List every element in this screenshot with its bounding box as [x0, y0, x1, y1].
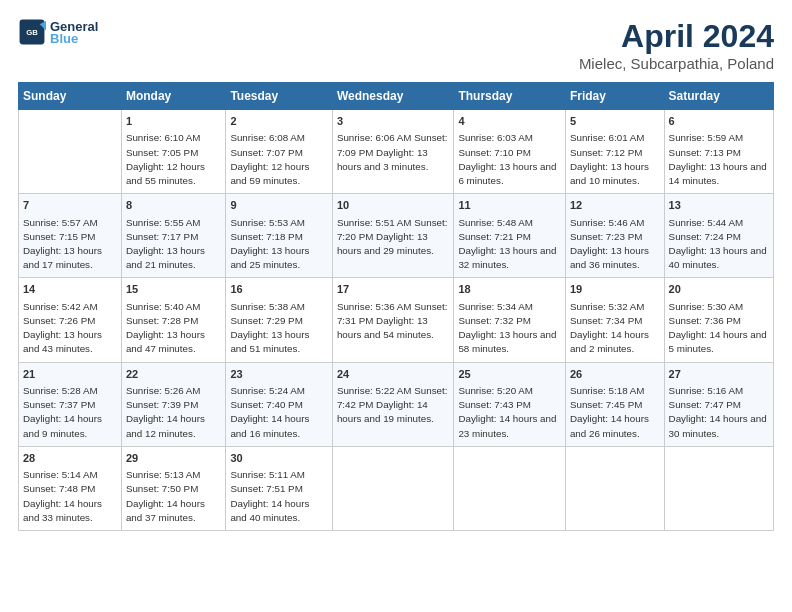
day-number: 30	[230, 451, 327, 466]
calendar-cell: 7Sunrise: 5:57 AM Sunset: 7:15 PM Daylig…	[19, 194, 122, 278]
weekday-header: Friday	[565, 83, 664, 110]
cell-content: Sunrise: 5:32 AM Sunset: 7:34 PM Dayligh…	[570, 300, 660, 357]
day-number: 5	[570, 114, 660, 129]
day-number: 16	[230, 282, 327, 297]
day-number: 24	[337, 367, 450, 382]
day-number: 1	[126, 114, 222, 129]
day-number: 4	[458, 114, 561, 129]
cell-content: Sunrise: 6:01 AM Sunset: 7:12 PM Dayligh…	[570, 131, 660, 188]
calendar-cell	[19, 110, 122, 194]
calendar-cell: 26Sunrise: 5:18 AM Sunset: 7:45 PM Dayli…	[565, 362, 664, 446]
calendar-cell: 5Sunrise: 6:01 AM Sunset: 7:12 PM Daylig…	[565, 110, 664, 194]
calendar-cell: 13Sunrise: 5:44 AM Sunset: 7:24 PM Dayli…	[664, 194, 773, 278]
calendar-week-row: 1Sunrise: 6:10 AM Sunset: 7:05 PM Daylig…	[19, 110, 774, 194]
day-number: 7	[23, 198, 117, 213]
weekday-header: Tuesday	[226, 83, 332, 110]
calendar-cell	[454, 446, 566, 530]
calendar-cell: 6Sunrise: 5:59 AM Sunset: 7:13 PM Daylig…	[664, 110, 773, 194]
calendar-cell: 21Sunrise: 5:28 AM Sunset: 7:37 PM Dayli…	[19, 362, 122, 446]
cell-content: Sunrise: 6:03 AM Sunset: 7:10 PM Dayligh…	[458, 131, 561, 188]
calendar-cell: 1Sunrise: 6:10 AM Sunset: 7:05 PM Daylig…	[121, 110, 226, 194]
calendar-cell: 4Sunrise: 6:03 AM Sunset: 7:10 PM Daylig…	[454, 110, 566, 194]
day-number: 26	[570, 367, 660, 382]
weekday-header: Saturday	[664, 83, 773, 110]
calendar-cell: 27Sunrise: 5:16 AM Sunset: 7:47 PM Dayli…	[664, 362, 773, 446]
day-number: 8	[126, 198, 222, 213]
day-number: 2	[230, 114, 327, 129]
calendar-week-row: 7Sunrise: 5:57 AM Sunset: 7:15 PM Daylig…	[19, 194, 774, 278]
page: GB General Blue April 2024 Mielec, Subca…	[0, 0, 792, 541]
calendar-cell: 9Sunrise: 5:53 AM Sunset: 7:18 PM Daylig…	[226, 194, 332, 278]
calendar-cell: 17Sunrise: 5:36 AM Sunset: 7:31 PM Dayli…	[332, 278, 454, 362]
calendar-cell: 18Sunrise: 5:34 AM Sunset: 7:32 PM Dayli…	[454, 278, 566, 362]
calendar-cell: 23Sunrise: 5:24 AM Sunset: 7:40 PM Dayli…	[226, 362, 332, 446]
cell-content: Sunrise: 5:24 AM Sunset: 7:40 PM Dayligh…	[230, 384, 327, 441]
cell-content: Sunrise: 5:38 AM Sunset: 7:29 PM Dayligh…	[230, 300, 327, 357]
cell-content: Sunrise: 5:11 AM Sunset: 7:51 PM Dayligh…	[230, 468, 327, 525]
cell-content: Sunrise: 5:30 AM Sunset: 7:36 PM Dayligh…	[669, 300, 769, 357]
cell-content: Sunrise: 5:42 AM Sunset: 7:26 PM Dayligh…	[23, 300, 117, 357]
header: GB General Blue April 2024 Mielec, Subca…	[18, 18, 774, 72]
calendar-cell: 12Sunrise: 5:46 AM Sunset: 7:23 PM Dayli…	[565, 194, 664, 278]
calendar-week-row: 14Sunrise: 5:42 AM Sunset: 7:26 PM Dayli…	[19, 278, 774, 362]
title-area: April 2024 Mielec, Subcarpathia, Poland	[579, 18, 774, 72]
day-number: 28	[23, 451, 117, 466]
day-number: 20	[669, 282, 769, 297]
cell-content: Sunrise: 5:22 AM Sunset: 7:42 PM Dayligh…	[337, 384, 450, 427]
cell-content: Sunrise: 5:51 AM Sunset: 7:20 PM Dayligh…	[337, 216, 450, 259]
logo-icon: GB	[18, 18, 46, 46]
cell-content: Sunrise: 5:44 AM Sunset: 7:24 PM Dayligh…	[669, 216, 769, 273]
calendar-cell: 30Sunrise: 5:11 AM Sunset: 7:51 PM Dayli…	[226, 446, 332, 530]
calendar-cell	[664, 446, 773, 530]
svg-text:GB: GB	[26, 28, 38, 37]
calendar-cell: 28Sunrise: 5:14 AM Sunset: 7:48 PM Dayli…	[19, 446, 122, 530]
calendar-cell: 10Sunrise: 5:51 AM Sunset: 7:20 PM Dayli…	[332, 194, 454, 278]
cell-content: Sunrise: 5:26 AM Sunset: 7:39 PM Dayligh…	[126, 384, 222, 441]
weekday-header: Thursday	[454, 83, 566, 110]
weekday-header: Monday	[121, 83, 226, 110]
calendar-cell: 19Sunrise: 5:32 AM Sunset: 7:34 PM Dayli…	[565, 278, 664, 362]
day-number: 10	[337, 198, 450, 213]
calendar-cell: 2Sunrise: 6:08 AM Sunset: 7:07 PM Daylig…	[226, 110, 332, 194]
day-number: 29	[126, 451, 222, 466]
day-number: 22	[126, 367, 222, 382]
calendar-cell: 22Sunrise: 5:26 AM Sunset: 7:39 PM Dayli…	[121, 362, 226, 446]
logo: GB General Blue	[18, 18, 98, 46]
day-number: 21	[23, 367, 117, 382]
calendar-cell: 20Sunrise: 5:30 AM Sunset: 7:36 PM Dayli…	[664, 278, 773, 362]
calendar-table: SundayMondayTuesdayWednesdayThursdayFrid…	[18, 82, 774, 531]
cell-content: Sunrise: 5:28 AM Sunset: 7:37 PM Dayligh…	[23, 384, 117, 441]
day-number: 19	[570, 282, 660, 297]
cell-content: Sunrise: 5:18 AM Sunset: 7:45 PM Dayligh…	[570, 384, 660, 441]
day-number: 17	[337, 282, 450, 297]
day-number: 13	[669, 198, 769, 213]
calendar-cell: 3Sunrise: 6:06 AM Sunset: 7:09 PM Daylig…	[332, 110, 454, 194]
header-row: SundayMondayTuesdayWednesdayThursdayFrid…	[19, 83, 774, 110]
day-number: 18	[458, 282, 561, 297]
day-number: 27	[669, 367, 769, 382]
calendar-week-row: 28Sunrise: 5:14 AM Sunset: 7:48 PM Dayli…	[19, 446, 774, 530]
day-number: 15	[126, 282, 222, 297]
cell-content: Sunrise: 6:06 AM Sunset: 7:09 PM Dayligh…	[337, 131, 450, 174]
calendar-cell: 8Sunrise: 5:55 AM Sunset: 7:17 PM Daylig…	[121, 194, 226, 278]
day-number: 3	[337, 114, 450, 129]
cell-content: Sunrise: 6:08 AM Sunset: 7:07 PM Dayligh…	[230, 131, 327, 188]
day-number: 6	[669, 114, 769, 129]
cell-content: Sunrise: 5:46 AM Sunset: 7:23 PM Dayligh…	[570, 216, 660, 273]
day-number: 14	[23, 282, 117, 297]
cell-content: Sunrise: 5:57 AM Sunset: 7:15 PM Dayligh…	[23, 216, 117, 273]
cell-content: Sunrise: 5:40 AM Sunset: 7:28 PM Dayligh…	[126, 300, 222, 357]
weekday-header: Sunday	[19, 83, 122, 110]
cell-content: Sunrise: 5:20 AM Sunset: 7:43 PM Dayligh…	[458, 384, 561, 441]
cell-content: Sunrise: 5:53 AM Sunset: 7:18 PM Dayligh…	[230, 216, 327, 273]
calendar-cell: 14Sunrise: 5:42 AM Sunset: 7:26 PM Dayli…	[19, 278, 122, 362]
day-number: 25	[458, 367, 561, 382]
calendar-cell: 29Sunrise: 5:13 AM Sunset: 7:50 PM Dayli…	[121, 446, 226, 530]
calendar-cell	[565, 446, 664, 530]
cell-content: Sunrise: 5:59 AM Sunset: 7:13 PM Dayligh…	[669, 131, 769, 188]
logo-text: General Blue	[50, 19, 98, 46]
cell-content: Sunrise: 5:16 AM Sunset: 7:47 PM Dayligh…	[669, 384, 769, 441]
cell-content: Sunrise: 5:48 AM Sunset: 7:21 PM Dayligh…	[458, 216, 561, 273]
calendar-cell	[332, 446, 454, 530]
day-number: 23	[230, 367, 327, 382]
